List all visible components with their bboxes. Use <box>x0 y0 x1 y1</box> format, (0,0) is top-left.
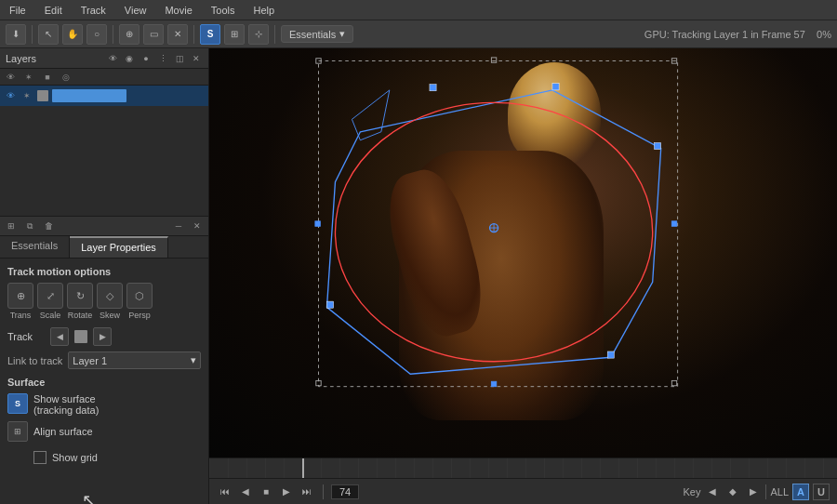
timeline-ruler[interactable] <box>209 458 837 478</box>
track-label: Track <box>7 331 45 342</box>
orbit-tool-btn[interactable]: ○ <box>86 24 107 45</box>
menu-tools[interactable]: Tools <box>207 3 239 18</box>
motion-trans[interactable]: ⊕ Trans <box>7 283 33 320</box>
menu-movie[interactable]: Movie <box>161 3 195 18</box>
col-lock-icon[interactable]: ◎ <box>60 71 73 84</box>
align-surface-icon[interactable]: ⊞ <box>7 421 28 442</box>
col-eye-icon[interactable]: 👁 <box>4 71 17 84</box>
svg-rect-11 <box>491 58 496 62</box>
separator-3 <box>193 25 194 44</box>
show-grid-checkbox[interactable] <box>33 451 46 464</box>
track-forward-btn[interactable]: ▶ <box>93 327 112 346</box>
essentials-dropdown[interactable]: Essentials ▾ <box>281 25 353 43</box>
bottom-bar: ⏮ ◀ ■ ▶ ⏭ 74 Key ◀ ◆ ▶ ALL A U <box>209 478 837 504</box>
transform-tool-btn[interactable]: ✕ <box>167 24 188 45</box>
link-to-track-label: Link to track <box>7 355 62 366</box>
motion-skew[interactable]: ◇ Skew <box>97 283 123 320</box>
panel-delete-btn[interactable]: 🗑 <box>41 219 56 233</box>
link-to-track-value: Layer 1 <box>73 355 107 366</box>
layers-lock-icon[interactable]: ◉ <box>123 52 136 65</box>
separator-1 <box>32 25 33 44</box>
panel-close-icon[interactable]: ✕ <box>190 219 205 233</box>
tab-essentials[interactable]: Essentials <box>0 236 70 258</box>
pan-tool-btn[interactable]: ✋ <box>62 24 83 45</box>
align-surface-row: ⊞ Align surface <box>7 421 201 442</box>
download-icon[interactable]: ⬇ <box>6 24 26 45</box>
rect-tool-btn[interactable]: ▭ <box>143 24 164 45</box>
playback-back-btn[interactable]: ◀ <box>237 484 254 500</box>
playback-play-btn[interactable]: ▶ <box>278 484 295 500</box>
key-label: Key <box>683 486 700 497</box>
layer-thumbnail <box>52 89 126 102</box>
cursor-icon: ↖ <box>82 490 96 504</box>
menu-view[interactable]: View <box>121 3 151 18</box>
toolbar: ⬇ ↖ ✋ ○ ⊕ ▭ ✕ S ⊞ ⊹ Essentials ▾ GPU: Tr… <box>0 20 837 48</box>
panel-toolbar: ⊞ ⧉ 🗑 ─ ✕ <box>0 216 208 236</box>
svg-rect-5 <box>607 351 614 358</box>
layer-eye-icon[interactable]: 👁 <box>4 89 17 102</box>
essentials-label: Essentials <box>289 29 336 40</box>
show-surface-row: S Show surface(tracking data) <box>7 393 201 416</box>
bottom-right-controls: Key ◀ ◆ ▶ ALL A U <box>683 484 830 500</box>
layers-color-icon[interactable]: ● <box>140 52 153 65</box>
canvas-area: ◀ <box>209 48 837 504</box>
gpu-status-text: GPU: Tracking Layer 1 in Frame 57 <box>644 29 805 40</box>
layers-more-icon[interactable]: ⋮ <box>156 52 169 65</box>
timeline[interactable] <box>209 458 837 478</box>
anchor-icon-btn[interactable]: ⊹ <box>248 24 269 45</box>
grid-icon-btn[interactable]: ⊞ <box>224 24 245 45</box>
layers-icons: 👁 ◉ ● ⋮ ◫ ✕ <box>106 52 203 65</box>
s-icon-btn[interactable]: S <box>200 24 220 45</box>
main-area: Layers 👁 ◉ ● ⋮ ◫ ✕ 👁 ✶ ■ ◎ 👁 ✶ <box>0 48 837 504</box>
layers-close-icon[interactable]: ✕ <box>190 52 203 65</box>
separator-4 <box>274 25 275 44</box>
show-surface-icon[interactable]: S <box>7 393 28 414</box>
a-key-indicator: A <box>792 484 809 500</box>
menu-edit[interactable]: Edit <box>41 3 66 18</box>
layers-eye-icon[interactable]: 👁 <box>106 52 119 65</box>
motion-scale[interactable]: ⤢ Scale <box>37 283 63 320</box>
viewport[interactable] <box>209 48 837 458</box>
trans-icon: ⊕ <box>7 283 33 309</box>
scale-label: Scale <box>40 311 61 320</box>
skew-label: Skew <box>100 311 120 320</box>
col-label-icon[interactable]: ■ <box>41 71 54 84</box>
motion-rotate[interactable]: ↻ Rotate <box>67 283 93 320</box>
motion-persp[interactable]: ⬡ Persp <box>126 283 153 320</box>
select-tool-btn[interactable]: ↖ <box>38 24 59 45</box>
key-forward-btn[interactable]: ▶ <box>745 484 762 500</box>
track-back-btn[interactable]: ◀ <box>50 327 69 346</box>
svg-rect-3 <box>552 84 559 90</box>
trans-label: Trans <box>10 311 32 320</box>
key-add-btn[interactable]: ◆ <box>724 484 741 500</box>
col-solo-icon[interactable]: ✶ <box>22 71 35 84</box>
layers-collapse-icon[interactable]: ◫ <box>173 52 186 65</box>
link-to-track-row: Link to track Layer 1 ▾ <box>7 351 201 369</box>
svg-rect-12 <box>491 381 496 386</box>
scale-icon: ⤢ <box>37 283 63 309</box>
tab-layer-properties[interactable]: Layer Properties <box>70 236 168 258</box>
track-stop-indicator <box>74 330 87 343</box>
menu-help[interactable]: Help <box>249 3 278 18</box>
layers-content: 👁 ✶ <box>0 86 208 216</box>
tracking-overlay <box>209 48 837 458</box>
svg-rect-4 <box>654 142 660 149</box>
panel-duplicate-btn[interactable]: ⧉ <box>22 219 37 233</box>
show-grid-label: Show grid <box>52 452 98 463</box>
playback-end-btn[interactable]: ⏭ <box>299 484 315 500</box>
layer-row[interactable]: 👁 ✶ <box>0 86 208 106</box>
panel-minimize-icon[interactable]: ─ <box>171 219 186 233</box>
menu-track[interactable]: Track <box>77 3 110 18</box>
frame-number[interactable]: 74 <box>331 484 359 499</box>
playback-stop-btn[interactable]: ■ <box>258 484 274 500</box>
svg-rect-6 <box>326 301 333 308</box>
menu-file[interactable]: File <box>6 3 30 18</box>
key-back-btn[interactable]: ◀ <box>704 484 721 500</box>
track-tool-btn[interactable]: ⊕ <box>119 24 140 45</box>
panel-right-icons: ─ ✕ <box>171 219 205 233</box>
layer-solo-icon[interactable]: ✶ <box>20 89 33 102</box>
surface-title: Surface <box>7 377 201 388</box>
link-to-track-dropdown[interactable]: Layer 1 ▾ <box>68 351 201 369</box>
playback-start-btn[interactable]: ⏮ <box>217 484 233 500</box>
panel-new-btn[interactable]: ⊞ <box>4 219 19 233</box>
